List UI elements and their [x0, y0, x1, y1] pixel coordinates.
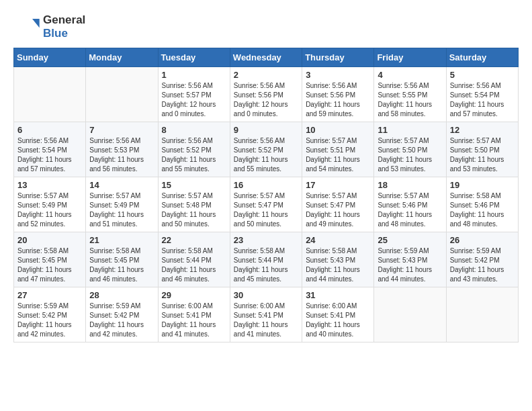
calendar-cell: 19Sunrise: 5:58 AMSunset: 5:46 PMDayligh…: [446, 177, 518, 232]
day-number: 6: [17, 125, 82, 135]
calendar-cell: 14Sunrise: 5:57 AMSunset: 5:49 PMDayligh…: [86, 177, 158, 232]
day-number: 29: [162, 290, 226, 300]
cell-info: Sunrise: 5:58 AMSunset: 5:45 PMDaylight:…: [89, 246, 154, 284]
day-number: 22: [162, 235, 226, 245]
calendar-cell: 24Sunrise: 5:58 AMSunset: 5:43 PMDayligh…: [302, 232, 374, 287]
cell-info: Sunrise: 6:00 AMSunset: 5:41 PMDaylight:…: [162, 302, 226, 339]
cell-info: Sunrise: 5:58 AMSunset: 5:44 PMDaylight:…: [162, 246, 226, 284]
weekday-header-row: SundayMondayTuesdayWednesdayThursdayFrid…: [14, 48, 519, 66]
logo-general: General: [43, 13, 85, 27]
cell-info: Sunrise: 6:00 AMSunset: 5:41 PMDaylight:…: [306, 302, 370, 339]
day-number: 25: [378, 235, 442, 245]
cell-info: Sunrise: 5:57 AMSunset: 5:47 PMDaylight:…: [306, 191, 370, 229]
day-number: 2: [234, 70, 298, 80]
cell-info: Sunrise: 5:58 AMSunset: 5:45 PMDaylight:…: [17, 246, 82, 284]
cell-info: Sunrise: 5:56 AMSunset: 5:56 PMDaylight:…: [306, 81, 370, 119]
cell-info: Sunrise: 5:59 AMSunset: 5:42 PMDaylight:…: [89, 302, 154, 339]
weekday-header: Thursday: [302, 48, 374, 66]
day-number: 10: [306, 125, 370, 135]
cell-info: Sunrise: 5:56 AMSunset: 5:54 PMDaylight:…: [450, 81, 515, 119]
calendar-week-row: 6Sunrise: 5:56 AMSunset: 5:54 PMDaylight…: [14, 122, 519, 177]
calendar-cell: 12Sunrise: 5:57 AMSunset: 5:50 PMDayligh…: [446, 122, 518, 177]
calendar-cell: [86, 66, 158, 122]
calendar-cell: 16Sunrise: 5:57 AMSunset: 5:47 PMDayligh…: [230, 177, 302, 232]
calendar-cell: 30Sunrise: 6:00 AMSunset: 5:41 PMDayligh…: [230, 287, 302, 342]
calendar-cell: 10Sunrise: 5:57 AMSunset: 5:51 PMDayligh…: [302, 122, 374, 177]
cell-info: Sunrise: 5:57 AMSunset: 5:48 PMDaylight:…: [162, 191, 226, 229]
calendar-cell: 2Sunrise: 5:56 AMSunset: 5:56 PMDaylight…: [230, 66, 302, 122]
day-number: 3: [306, 70, 370, 80]
weekday-header: Monday: [86, 48, 158, 66]
day-number: 9: [234, 125, 298, 135]
cell-info: Sunrise: 5:57 AMSunset: 5:50 PMDaylight:…: [450, 136, 515, 174]
day-number: 15: [162, 180, 226, 190]
calendar-cell: 1Sunrise: 5:56 AMSunset: 5:57 PMDaylight…: [158, 66, 230, 122]
cell-info: Sunrise: 5:56 AMSunset: 5:55 PMDaylight:…: [378, 81, 442, 119]
logo-blue: Blue: [43, 27, 85, 40]
cell-info: Sunrise: 5:56 AMSunset: 5:53 PMDaylight:…: [89, 136, 154, 174]
cell-info: Sunrise: 5:57 AMSunset: 5:49 PMDaylight:…: [89, 191, 154, 229]
day-number: 16: [234, 180, 298, 190]
calendar-week-row: 27Sunrise: 5:59 AMSunset: 5:42 PMDayligh…: [14, 287, 519, 342]
day-number: 27: [17, 290, 82, 300]
day-number: 24: [306, 235, 370, 245]
calendar-cell: 18Sunrise: 5:57 AMSunset: 5:46 PMDayligh…: [374, 177, 446, 232]
cell-info: Sunrise: 5:58 AMSunset: 5:44 PMDaylight:…: [234, 246, 298, 284]
day-number: 5: [450, 70, 515, 80]
cell-info: Sunrise: 5:56 AMSunset: 5:52 PMDaylight:…: [234, 136, 298, 174]
day-number: 23: [234, 235, 298, 245]
svg-marker-0: [32, 19, 40, 28]
calendar-cell: 6Sunrise: 5:56 AMSunset: 5:54 PMDaylight…: [14, 122, 86, 177]
cell-info: Sunrise: 5:56 AMSunset: 5:52 PMDaylight:…: [162, 136, 226, 174]
cell-info: Sunrise: 5:59 AMSunset: 5:43 PMDaylight:…: [378, 246, 442, 284]
day-number: 31: [306, 290, 370, 300]
cell-info: Sunrise: 5:57 AMSunset: 5:50 PMDaylight:…: [378, 136, 442, 174]
calendar-cell: 28Sunrise: 5:59 AMSunset: 5:42 PMDayligh…: [86, 287, 158, 342]
cell-info: Sunrise: 5:58 AMSunset: 5:43 PMDaylight:…: [306, 246, 370, 284]
calendar-cell: [446, 287, 518, 342]
day-number: 14: [89, 180, 154, 190]
calendar-cell: 22Sunrise: 5:58 AMSunset: 5:44 PMDayligh…: [158, 232, 230, 287]
day-number: 26: [450, 235, 515, 245]
calendar-table: SundayMondayTuesdayWednesdayThursdayFrid…: [13, 48, 519, 342]
weekday-header: Tuesday: [158, 48, 230, 66]
page-header: GeneralBlue: [13, 13, 519, 41]
calendar-cell: 26Sunrise: 5:59 AMSunset: 5:42 PMDayligh…: [446, 232, 518, 287]
day-number: 19: [450, 180, 515, 190]
calendar-week-row: 1Sunrise: 5:56 AMSunset: 5:57 PMDaylight…: [14, 66, 519, 122]
calendar-week-row: 20Sunrise: 5:58 AMSunset: 5:45 PMDayligh…: [14, 232, 519, 287]
weekday-header: Friday: [374, 48, 446, 66]
weekday-header: Saturday: [446, 48, 518, 66]
cell-info: Sunrise: 5:56 AMSunset: 5:56 PMDaylight:…: [234, 81, 298, 119]
day-number: 17: [306, 180, 370, 190]
calendar-cell: 17Sunrise: 5:57 AMSunset: 5:47 PMDayligh…: [302, 177, 374, 232]
day-number: 1: [162, 70, 226, 80]
calendar-cell: 5Sunrise: 5:56 AMSunset: 5:54 PMDaylight…: [446, 66, 518, 122]
calendar-cell: 15Sunrise: 5:57 AMSunset: 5:48 PMDayligh…: [158, 177, 230, 232]
calendar-cell: 21Sunrise: 5:58 AMSunset: 5:45 PMDayligh…: [86, 232, 158, 287]
calendar-cell: 20Sunrise: 5:58 AMSunset: 5:45 PMDayligh…: [14, 232, 86, 287]
calendar-cell: 4Sunrise: 5:56 AMSunset: 5:55 PMDaylight…: [374, 66, 446, 122]
calendar-cell: 25Sunrise: 5:59 AMSunset: 5:43 PMDayligh…: [374, 232, 446, 287]
calendar-cell: 11Sunrise: 5:57 AMSunset: 5:50 PMDayligh…: [374, 122, 446, 177]
calendar-cell: 23Sunrise: 5:58 AMSunset: 5:44 PMDayligh…: [230, 232, 302, 287]
day-number: 20: [17, 235, 82, 245]
day-number: 21: [89, 235, 154, 245]
calendar-cell: 8Sunrise: 5:56 AMSunset: 5:52 PMDaylight…: [158, 122, 230, 177]
calendar-cell: 27Sunrise: 5:59 AMSunset: 5:42 PMDayligh…: [14, 287, 86, 342]
calendar-cell: 7Sunrise: 5:56 AMSunset: 5:53 PMDaylight…: [86, 122, 158, 177]
day-number: 7: [89, 125, 154, 135]
cell-info: Sunrise: 5:59 AMSunset: 5:42 PMDaylight:…: [450, 246, 515, 284]
cell-info: Sunrise: 5:57 AMSunset: 5:47 PMDaylight:…: [234, 191, 298, 229]
calendar-cell: 31Sunrise: 6:00 AMSunset: 5:41 PMDayligh…: [302, 287, 374, 342]
cell-info: Sunrise: 5:58 AMSunset: 5:46 PMDaylight:…: [450, 191, 515, 229]
calendar-cell: 29Sunrise: 6:00 AMSunset: 5:41 PMDayligh…: [158, 287, 230, 342]
cell-info: Sunrise: 5:57 AMSunset: 5:51 PMDaylight:…: [306, 136, 370, 174]
calendar-cell: [14, 66, 86, 122]
day-number: 18: [378, 180, 442, 190]
cell-info: Sunrise: 5:57 AMSunset: 5:49 PMDaylight:…: [17, 191, 82, 229]
day-number: 12: [450, 125, 515, 135]
cell-info: Sunrise: 5:59 AMSunset: 5:42 PMDaylight:…: [17, 302, 82, 339]
weekday-header: Sunday: [14, 48, 86, 66]
calendar-cell: 3Sunrise: 5:56 AMSunset: 5:56 PMDaylight…: [302, 66, 374, 122]
